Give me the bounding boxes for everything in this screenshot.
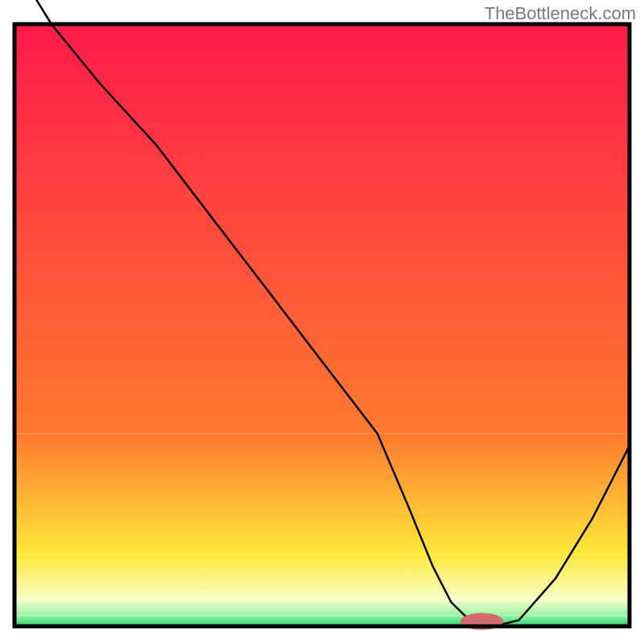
- watermark-text: TheBottleneck.com: [485, 3, 636, 24]
- gradient-background: [14, 24, 630, 626]
- bottleneck-chart: [0, 0, 644, 644]
- chart-container: TheBottleneck.com: [0, 0, 644, 644]
- svg-rect-0: [14, 24, 630, 434]
- svg-rect-1: [14, 434, 630, 555]
- svg-rect-3: [14, 599, 630, 615]
- svg-rect-2: [14, 554, 630, 599]
